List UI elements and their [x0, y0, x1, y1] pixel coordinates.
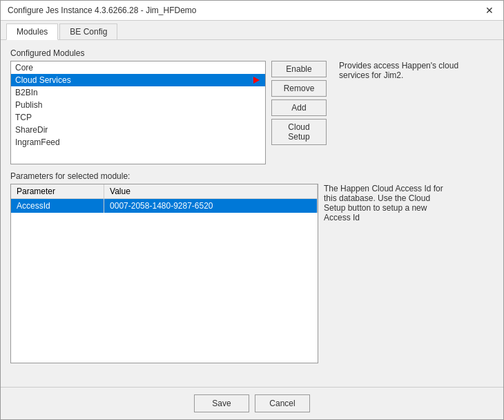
list-item-cloud-services[interactable]: Cloud Services [11, 74, 265, 86]
modules-section: Configured Modules Core Cloud Services B… [10, 48, 494, 164]
remove-button[interactable]: Remove [271, 80, 327, 97]
param-value: 0007-2058-1480-9287-6520 [104, 199, 318, 213]
title-bar: Configure Jes Instance 4.3.6266.28 - Jim… [1, 1, 503, 21]
tab-modules[interactable]: Modules [6, 23, 58, 40]
save-button[interactable]: Save [194, 394, 249, 412]
module-buttons: Enable Remove Add Cloud Setup [271, 61, 327, 145]
params-section: Parameters for selected module: Paramete… [10, 171, 494, 379]
list-item[interactable]: IngramFeed [11, 136, 265, 149]
params-section-label: Parameters for selected module: [10, 171, 494, 181]
col-parameter: Parameter [11, 184, 104, 199]
modules-list[interactable]: Core Cloud Services B2BIn Publish TCP Sh… [10, 61, 266, 164]
list-item[interactable]: TCP [11, 111, 265, 124]
enable-button[interactable]: Enable [271, 61, 327, 77]
dialog-title: Configure Jes Instance 4.3.6266.28 - Jim… [8, 6, 196, 15]
table-row[interactable]: AccessId 0007-2058-1480-9287-6520 [11, 199, 318, 213]
list-item[interactable]: Publish [11, 99, 265, 111]
list-item[interactable]: B2BIn [11, 86, 265, 99]
modules-description: Provides access Happen's cloud services … [339, 61, 463, 80]
list-item[interactable]: Core [11, 61, 265, 74]
params-description: The Happen Cloud Access Id for this data… [324, 184, 448, 379]
red-arrow-icon [253, 77, 260, 84]
close-button[interactable]: ✕ [483, 5, 496, 16]
configure-dialog: Configure Jes Instance 4.3.6266.28 - Jim… [0, 0, 504, 420]
add-button[interactable]: Add [271, 99, 327, 116]
tabs-bar: Modules BE Config [1, 21, 503, 40]
param-name: AccessId [11, 199, 104, 213]
cancel-button[interactable]: Cancel [255, 394, 310, 412]
dialog-content: Configured Modules Core Cloud Services B… [1, 40, 503, 387]
col-value: Value [104, 184, 318, 199]
modules-area: Core Cloud Services B2BIn Publish TCP Sh… [10, 61, 494, 164]
dialog-footer: Save Cancel [1, 387, 503, 419]
list-item[interactable]: ShareDir [11, 124, 265, 136]
cloud-setup-button[interactable]: Cloud Setup [271, 119, 327, 145]
params-table: Parameter Value AccessId 0007-2058-1480-… [10, 184, 318, 363]
params-table-container: Parameter Value AccessId 0007-2058-1480-… [10, 184, 494, 379]
modules-section-label: Configured Modules [10, 48, 494, 58]
tab-be-config[interactable]: BE Config [59, 23, 117, 39]
modules-list-container: Core Cloud Services B2BIn Publish TCP Sh… [10, 61, 266, 164]
